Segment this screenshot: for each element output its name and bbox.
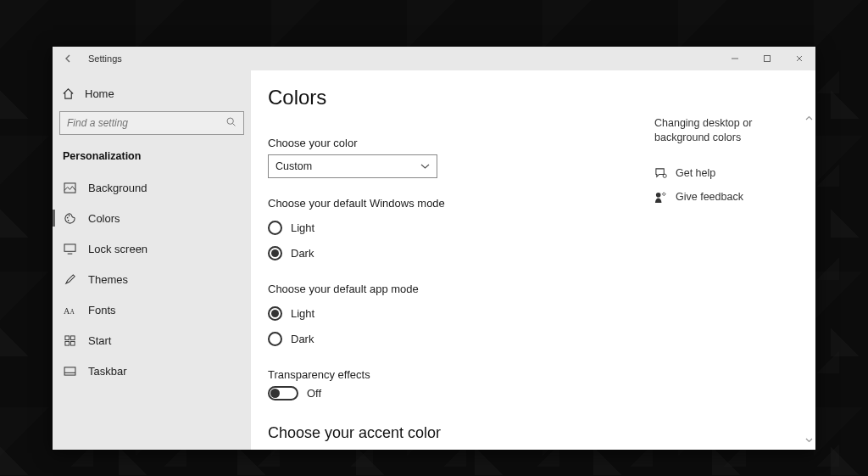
radio-icon	[268, 246, 282, 260]
sidebar: Home Personalization Background	[53, 70, 251, 450]
sidebar-item-fonts[interactable]: AA Fonts	[53, 294, 251, 325]
svg-rect-14	[64, 341, 69, 345]
picture-icon	[63, 182, 76, 193]
right-column: Changing desktop or background colors Ge…	[654, 70, 815, 450]
svg-rect-15	[70, 341, 75, 345]
svg-rect-1	[765, 56, 771, 62]
sidebar-item-label: Start	[88, 334, 111, 347]
search-box[interactable]	[59, 111, 244, 135]
hint-link[interactable]: Changing desktop or background colors	[654, 116, 800, 145]
app-mode-dark[interactable]: Dark	[268, 326, 637, 351]
window-body: Home Personalization Background	[53, 70, 815, 450]
home-label: Home	[85, 87, 114, 100]
window-title: Settings	[85, 53, 122, 64]
feedback-icon	[654, 191, 667, 204]
windows-mode-group: Light Dark	[268, 215, 637, 266]
settings-window: Settings Home	[53, 47, 815, 450]
maximize-button[interactable]	[751, 47, 783, 70]
windows-mode-dark[interactable]: Dark	[268, 240, 637, 266]
radio-icon	[268, 306, 282, 321]
app-mode-group: Light Dark	[268, 300, 637, 351]
svg-point-18	[663, 174, 666, 177]
radio-label: Dark	[291, 333, 314, 345]
dropdown-value: Custom	[275, 160, 312, 172]
svg-point-19	[656, 193, 661, 198]
chevron-down-icon	[420, 161, 430, 171]
transparency-label: Transparency effects	[268, 368, 637, 381]
sidebar-item-colors[interactable]: Colors	[53, 203, 251, 233]
svg-rect-12	[64, 335, 69, 339]
minimize-icon	[731, 54, 739, 63]
content-area: Colors Choose your color Custom Choose y…	[251, 70, 654, 450]
app-mode-label: Choose your default app mode	[268, 283, 637, 295]
sidebar-item-label: Fonts	[88, 304, 116, 316]
search-input[interactable]	[67, 117, 225, 129]
link-label: Give feedback	[676, 191, 743, 203]
titlebar: Settings	[53, 47, 815, 70]
radio-label: Light	[291, 307, 314, 320]
palette-icon	[63, 212, 76, 225]
close-button[interactable]	[783, 47, 815, 70]
radio-icon	[268, 221, 282, 235]
sidebar-item-label: Lock screen	[88, 243, 147, 255]
search-icon	[225, 116, 236, 130]
svg-point-7	[67, 220, 69, 221]
page-title: Colors	[268, 86, 637, 109]
scrollbar[interactable]	[804, 115, 814, 445]
transparency-toggle[interactable]	[268, 386, 298, 400]
home-button[interactable]: Home	[53, 79, 251, 108]
svg-text:A: A	[70, 308, 75, 316]
main-panel: Colors Choose your color Custom Choose y…	[251, 70, 815, 450]
svg-line-3	[233, 124, 236, 126]
toggle-value: Off	[307, 387, 321, 400]
minimize-button[interactable]	[719, 47, 751, 70]
radio-label: Dark	[291, 247, 314, 260]
accent-heading: Choose your accent color	[268, 424, 637, 442]
sidebar-item-start[interactable]: Start	[53, 325, 251, 356]
give-feedback-link[interactable]: Give feedback	[654, 191, 800, 204]
sidebar-item-label: Colors	[88, 212, 120, 225]
arrow-left-icon	[64, 53, 74, 64]
choose-color-label: Choose your color	[268, 137, 637, 149]
font-icon: AA	[63, 305, 76, 316]
windows-mode-label: Choose your default Windows mode	[268, 197, 637, 210]
get-help-link[interactable]: Get help	[654, 167, 800, 179]
svg-point-5	[66, 216, 68, 218]
maximize-icon	[763, 54, 771, 63]
radio-icon	[268, 332, 282, 346]
svg-point-6	[68, 215, 70, 216]
sidebar-item-lock-screen[interactable]: Lock screen	[53, 233, 251, 264]
start-icon	[63, 335, 76, 346]
windows-mode-light[interactable]: Light	[268, 215, 637, 240]
svg-rect-8	[64, 244, 75, 250]
taskbar-icon	[63, 367, 76, 376]
svg-rect-13	[70, 335, 75, 339]
close-icon	[795, 54, 804, 63]
sidebar-item-background[interactable]: Background	[53, 172, 251, 203]
svg-point-2	[227, 118, 233, 124]
app-mode-light[interactable]: Light	[268, 300, 637, 326]
radio-label: Light	[291, 221, 314, 234]
color-mode-dropdown[interactable]: Custom	[268, 154, 437, 178]
transparency-toggle-row: Off	[268, 386, 637, 400]
scroll-down-icon[interactable]	[805, 436, 813, 445]
help-icon	[654, 167, 667, 179]
sidebar-item-label: Background	[88, 182, 147, 194]
window-controls	[719, 47, 815, 70]
category-header: Personalization	[53, 142, 251, 172]
back-button[interactable]	[53, 53, 85, 64]
search-wrap	[53, 108, 251, 142]
sidebar-item-themes[interactable]: Themes	[53, 264, 251, 294]
monitor-icon	[63, 244, 76, 255]
sidebar-item-label: Themes	[88, 273, 128, 286]
home-icon	[61, 87, 75, 100]
svg-rect-16	[64, 367, 75, 374]
brush-icon	[63, 273, 76, 286]
sidebar-item-label: Taskbar	[88, 365, 127, 378]
sidebar-item-taskbar[interactable]: Taskbar	[53, 356, 251, 386]
link-label: Get help	[676, 167, 715, 179]
scroll-up-icon[interactable]	[805, 115, 813, 123]
